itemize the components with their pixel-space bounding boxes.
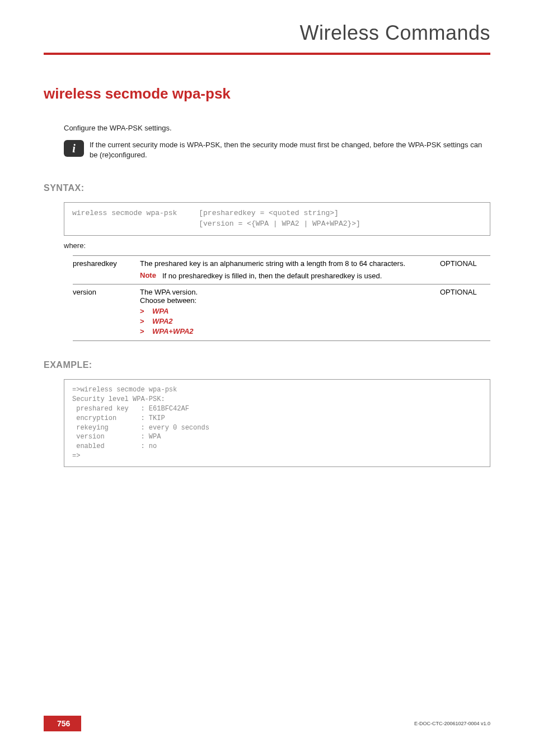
param-desc-line1: The WPA version. xyxy=(140,288,437,296)
param-name: version xyxy=(73,284,140,341)
syntax-box: wireless secmode wpa-psk [presharedkey =… xyxy=(64,202,490,236)
example-heading: EXAMPLE: xyxy=(44,360,490,370)
list-item: > WPA2 xyxy=(140,317,437,325)
list-item: > WPA+WPA2 xyxy=(140,327,437,335)
bullet-list: > WPA > WPA2 > WPA+WPA2 xyxy=(140,307,437,335)
param-desc-line2: Choose between: xyxy=(140,296,437,305)
example-box: =>wireless secmode wpa-psk Security leve… xyxy=(64,379,490,466)
bullet-text: WPA+WPA2 xyxy=(152,327,194,335)
doc-id: E-DOC-CTC-20061027-0004 v1.0 xyxy=(414,721,490,726)
param-desc: The preshared key is an alphanumeric str… xyxy=(140,255,440,284)
params-table: presharedkey The preshared key is an alp… xyxy=(73,255,490,342)
chevron-right-icon: > xyxy=(140,317,152,325)
info-note-text: If the current security mode is WPA-PSK,… xyxy=(90,140,490,160)
param-desc: The WPA version. Choose between: > WPA >… xyxy=(140,284,440,341)
bullet-text: WPA xyxy=(152,307,168,315)
list-item: > WPA xyxy=(140,307,437,315)
syntax-heading: SYNTAX: xyxy=(44,183,490,193)
param-optional: OPTIONAL xyxy=(440,284,490,341)
note-text: If no presharedkey is filled in, then th… xyxy=(162,271,437,281)
chevron-right-icon: > xyxy=(140,327,152,335)
param-name: presharedkey xyxy=(73,255,140,284)
table-row: version The WPA version. Choose between:… xyxy=(73,284,490,341)
page-footer: 756 E-DOC-CTC-20061027-0004 v1.0 xyxy=(44,716,490,731)
param-note-row: Note If no presharedkey is filled in, th… xyxy=(140,271,437,281)
chevron-right-icon: > xyxy=(140,307,152,315)
param-optional: OPTIONAL xyxy=(440,255,490,284)
where-label: where: xyxy=(64,241,490,250)
header-divider xyxy=(44,53,490,55)
bullet-text: WPA2 xyxy=(152,317,173,325)
page-header-title: Wireless Commands xyxy=(44,21,490,45)
note-label: Note xyxy=(140,271,162,281)
intro-text: Configure the WPA-PSK settings. xyxy=(64,124,490,132)
info-note-row: i If the current security mode is WPA-PS… xyxy=(64,140,490,160)
param-desc-text: The preshared key is an alphanumeric str… xyxy=(140,259,437,268)
page-number: 756 xyxy=(44,716,81,731)
command-title: wireless secmode wpa-psk xyxy=(44,85,490,102)
info-icon: i xyxy=(64,140,84,157)
table-row: presharedkey The preshared key is an alp… xyxy=(73,255,490,284)
